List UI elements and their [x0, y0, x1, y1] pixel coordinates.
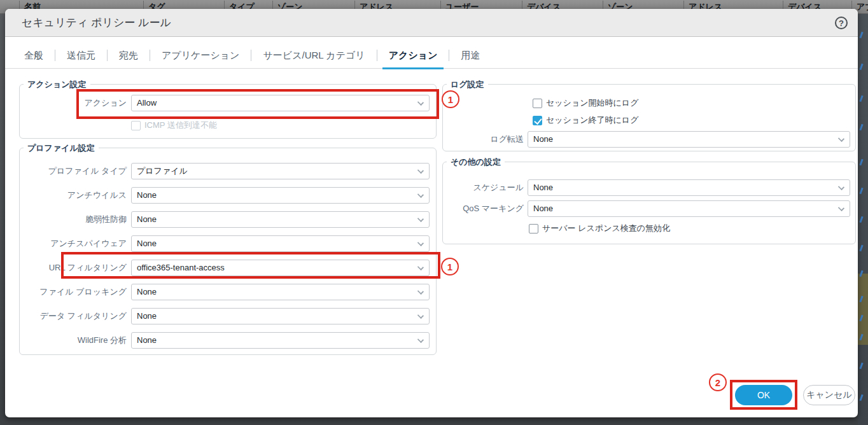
ok-button[interactable]: OK: [735, 385, 792, 405]
antispyware-value: None: [137, 239, 157, 248]
log-forwarding-select[interactable]: None: [528, 131, 850, 148]
log-settings-legend: ログ設定: [447, 79, 488, 90]
background-clipped-link-mark: [859, 95, 863, 102]
background-clipped-link-mark: [859, 363, 863, 369]
tab-service-url-category[interactable]: サービス/URL カテゴリ: [260, 50, 367, 69]
chevron-down-icon: [417, 337, 424, 343]
file-blocking-label: ファイル ブロッキング: [20, 284, 127, 300]
action-label: アクション: [20, 95, 127, 111]
background-clipped-link-mark: [859, 159, 863, 165]
url-filtering-select[interactable]: office365-tenant-access: [131, 260, 430, 276]
tab-general[interactable]: 全般: [22, 50, 46, 69]
dialog-tabs: 全般 送信元 宛先 アプリケーション サービス/URL カテゴリ アクション 用…: [5, 45, 858, 69]
tab-application[interactable]: アプリケーション: [159, 50, 242, 69]
tab-separator: [251, 50, 251, 61]
tab-source[interactable]: 送信元: [64, 50, 98, 69]
tab-separator: [449, 50, 449, 61]
log-session-end-checkbox-row[interactable]: セッション終了時にログ: [533, 115, 638, 126]
tab-separator: [377, 50, 377, 61]
background-clipped-link-mark: [859, 216, 863, 223]
chevron-down-icon: [417, 99, 424, 106]
vulnerability-select[interactable]: None: [131, 211, 430, 228]
wildfire-value: None: [137, 335, 157, 345]
chevron-down-icon: [417, 167, 424, 174]
action-select-value: Allow: [137, 98, 157, 108]
log-session-end-label: セッション終了時にログ: [546, 115, 638, 126]
background-clipped-link-mark: [859, 124, 863, 130]
tab-separator: [107, 50, 108, 61]
wildfire-label: WildFire 分析: [20, 332, 127, 349]
antivirus-select[interactable]: None: [131, 187, 430, 204]
data-filtering-select[interactable]: None: [131, 308, 430, 324]
background-clipped-link-mark: [859, 32, 863, 38]
tab-destination[interactable]: 宛先: [116, 50, 141, 69]
disable-server-response-checkbox[interactable]: [529, 224, 538, 233]
icmp-unreachable-checkbox[interactable]: [131, 121, 141, 130]
chevron-down-icon: [417, 216, 424, 222]
chevron-down-icon: [838, 136, 844, 142]
log-session-start-checkbox[interactable]: [533, 99, 542, 108]
icmp-unreachable-label: ICMP 送信到達不能: [144, 120, 217, 131]
tab-separator: [55, 50, 55, 61]
data-filtering-value: None: [137, 311, 157, 321]
other-settings-fieldset: その他の設定 スケジュール None QoS マーキング None サーバー レ…: [442, 162, 856, 244]
log-forwarding-label: ログ転送: [443, 131, 524, 148]
cancel-button[interactable]: キャンセル: [803, 385, 855, 405]
background-clipped-link-mark: [859, 188, 863, 194]
background-clipped-link-mark: [859, 394, 863, 401]
icmp-unreachable-checkbox-row[interactable]: ICMP 送信到達不能: [131, 120, 217, 131]
profile-settings-legend: プロファイル設定: [24, 143, 99, 154]
schedule-value: None: [533, 183, 553, 192]
schedule-label: スケジュール: [443, 179, 524, 196]
dialog-titlebar: セキュリティ ポリシー ルール ?: [5, 9, 858, 37]
profile-type-select[interactable]: プロファイル: [131, 163, 430, 179]
vulnerability-value: None: [137, 214, 157, 224]
disable-server-response-checkbox-row[interactable]: サーバー レスポンス検査の無効化: [529, 223, 670, 234]
qos-marking-label: QoS マーキング: [443, 200, 524, 217]
log-forwarding-value: None: [533, 134, 553, 144]
profile-type-label: プロファイル タイプ: [20, 163, 127, 179]
action-settings-legend: アクション設定: [24, 79, 90, 90]
log-session-start-label: セッション開始時にログ: [546, 97, 638, 109]
url-filtering-value: office365-tenant-access: [137, 263, 225, 272]
chevron-down-icon: [417, 312, 424, 319]
antispyware-select[interactable]: None: [131, 235, 430, 252]
qos-marking-value: None: [533, 204, 553, 213]
chevron-down-icon: [417, 192, 424, 198]
file-blocking-select[interactable]: None: [131, 284, 430, 300]
data-filtering-label: データ フィルタリング: [20, 308, 127, 324]
antispyware-label: アンチスパイウェア: [20, 235, 127, 252]
background-table-strip: [858, 14, 868, 425]
vulnerability-label: 脆弱性防御: [20, 211, 127, 228]
security-policy-rule-dialog: セキュリティ ポリシー ルール ? 全般 送信元 宛先 アプリケーション サービ…: [5, 9, 858, 417]
wildfire-select[interactable]: None: [131, 332, 430, 349]
action-select[interactable]: Allow: [131, 95, 430, 111]
disable-server-response-label: サーバー レスポンス検査の無効化: [542, 223, 670, 234]
file-blocking-value: None: [137, 287, 157, 296]
qos-marking-select[interactable]: None: [528, 200, 850, 217]
chevron-down-icon: [417, 240, 424, 246]
log-settings-fieldset: ログ設定 セッション開始時にログ セッション終了時にログ ログ転送 None: [442, 84, 856, 151]
other-settings-legend: その他の設定: [447, 157, 505, 168]
tab-actions[interactable]: アクション: [386, 50, 440, 69]
background-clipped-link-mark: [859, 245, 863, 251]
chevron-down-icon: [417, 288, 424, 295]
tab-usage[interactable]: 用途: [458, 50, 482, 69]
profile-settings-fieldset: プロファイル設定 プロファイル タイプ プロファイル アンチウイルス None …: [19, 148, 437, 355]
log-session-end-checkbox[interactable]: [533, 116, 542, 125]
url-filtering-label: URL フィルタリング: [20, 260, 127, 276]
help-icon[interactable]: ?: [835, 17, 848, 29]
chevron-down-icon: [838, 205, 844, 211]
action-settings-fieldset: アクション設定 アクション Allow ICMP 送信到達不能: [19, 84, 437, 139]
antivirus-value: None: [137, 190, 157, 200]
chevron-down-icon: [417, 264, 424, 270]
antivirus-label: アンチウイルス: [20, 187, 127, 204]
profile-type-value: プロファイル: [137, 166, 188, 176]
tab-separator: [150, 50, 150, 61]
background-clipped-link-mark: [859, 64, 863, 70]
log-session-start-checkbox-row[interactable]: セッション開始時にログ: [533, 97, 638, 109]
schedule-select[interactable]: None: [528, 179, 850, 196]
dialog-title: セキュリティ ポリシー ルール: [22, 9, 171, 37]
chevron-down-icon: [838, 184, 844, 190]
